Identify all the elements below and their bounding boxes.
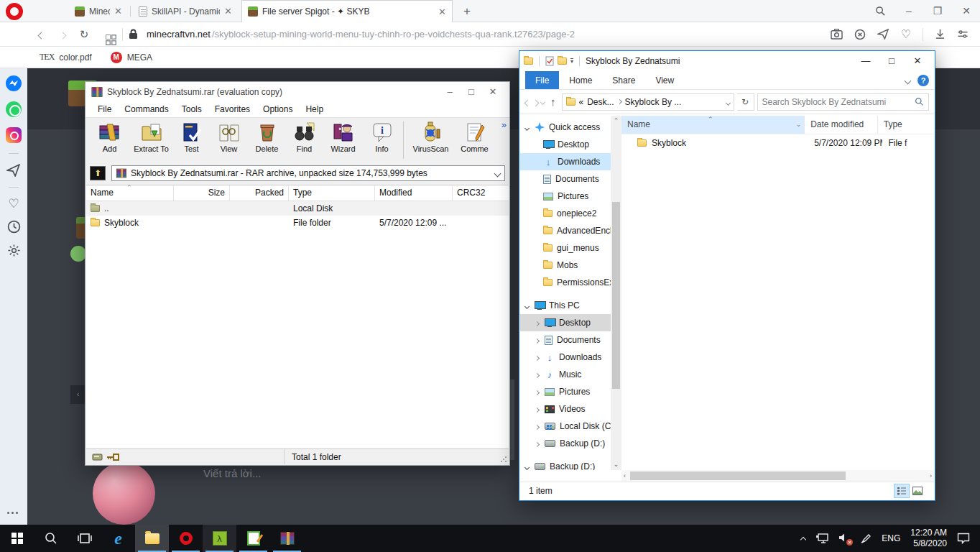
chevron-down-icon[interactable] [495,168,500,178]
column-crc32[interactable]: CRC32 [453,185,501,201]
menu-help[interactable]: Help [299,104,330,114]
chevron-collapsed-icon[interactable] [533,336,540,344]
search-box[interactable] [757,93,930,111]
my-flow-sidebar-icon[interactable] [6,164,21,177]
bookmark-mega[interactable]: M MEGA [111,52,152,63]
chevron-collapsed-icon[interactable] [533,440,540,448]
menu-favorites[interactable]: Favorites [208,104,256,114]
explorer-maximize-button[interactable]: □ [879,51,905,71]
chevron-expanded-icon[interactable] [523,124,530,132]
scroll-down-icon[interactable]: ⌄ [611,459,621,470]
nav-qa-onepiece2[interactable]: onepiece2 [520,205,621,222]
scroll-up-icon[interactable]: ⌃ [611,116,621,126]
downloads-icon[interactable] [935,29,946,40]
column-type[interactable]: Type [878,116,934,134]
scrollbar-thumb[interactable] [630,472,846,480]
browser-restore-button[interactable]: ❐ [925,0,950,22]
wizard-button[interactable]: Wizard [323,119,364,153]
tab-close-icon[interactable]: ✕ [438,6,446,17]
chevron-collapsed-icon[interactable] [533,423,540,431]
explorer-title-bar[interactable]: ▾ Skyblock By Zednatsumi — □ ✕ [519,51,935,71]
file-row-skyblock[interactable]: Skyblock 5/7/2020 12:09 PM File f [621,134,934,152]
navpane-scrollbar[interactable]: ⌃ ⌄ [611,116,621,470]
menu-commands[interactable]: Commands [118,104,175,114]
winrar-close-button[interactable]: ✕ [482,86,504,97]
forward-icon[interactable] [52,28,73,41]
start-button[interactable] [0,525,34,552]
nav-qa-advancedencha[interactable]: AdvancedEncha [520,222,621,239]
explorer-address-box[interactable]: « Desk... Skyblock By ... [562,93,734,111]
chevron-collapsed-icon[interactable] [533,354,540,362]
ribbon-collapse-icon[interactable] [905,77,910,85]
extract-to-button[interactable]: Extract To [129,119,173,153]
ribbon-tab-file[interactable]: File [525,71,559,89]
browser-tab-1[interactable]: Minecraft ID List - Minecraf ✕ [69,0,128,22]
winrar-minimize-button[interactable]: – [439,86,461,97]
opera-logo-icon[interactable] [6,3,23,20]
add-button[interactable]: Add [90,119,129,153]
virusscan-button[interactable]: VirusScan [407,119,455,153]
help-icon[interactable]: ? [917,75,929,86]
nav-quick-access[interactable]: Quick access [520,119,621,136]
nav-qa-pictures[interactable]: Pictures [520,188,621,205]
winrar-title-bar[interactable]: Skyblock By Zednatsumi.rar (evaluation c… [85,82,509,101]
browser-close-button[interactable]: ✕ [954,0,979,22]
taskbar-opera[interactable] [169,525,203,552]
nav-qa-mobs[interactable]: Mobs [520,257,621,274]
webpage-collapse-button[interactable]: ‹ [70,385,85,404]
whatsapp-icon[interactable] [6,101,22,117]
nav-this-pc[interactable]: This PC [520,297,621,314]
tray-expand-icon[interactable] [801,533,805,544]
action-center-icon[interactable] [957,533,970,544]
explorer-minimize-button[interactable]: — [853,51,879,71]
tab-close-icon[interactable]: ✕ [224,6,232,17]
settings-gear-icon[interactable] [7,244,21,257]
column-date-modified[interactable]: Date modified [805,116,878,134]
new-tab-button[interactable]: + [458,3,476,20]
nav-qa-desktop[interactable]: Desktop [520,136,621,153]
my-flow-icon[interactable] [877,29,889,40]
search-input[interactable] [762,97,915,107]
delete-button[interactable]: Delete [248,119,286,153]
nav-pc-backup-d[interactable]: Backup (D:) [520,435,621,452]
browser-tab-2[interactable]: SkillAPI - Dynamic Editor ✕ [133,0,238,22]
chevron-collapsed-icon[interactable] [533,388,540,396]
taskbar-file-explorer[interactable] [135,525,169,552]
taskbar-internet-explorer[interactable]: e [101,525,135,552]
menu-options[interactable]: Options [256,104,299,114]
nav-qa-documents[interactable]: Documents [520,170,621,188]
webpage-reply-placeholder[interactable]: Viết trả lời... [203,467,261,479]
nav-pc-local-disk-c[interactable]: Local Disk (C:) [520,418,621,435]
nav-qa-gui-menus[interactable]: gui_menus [520,239,621,257]
column-packed[interactable]: Packed [230,185,289,201]
search-magnifier-icon[interactable] [915,97,924,106]
content-horizontal-scrollbar[interactable]: ‹ › [621,470,934,482]
scroll-left-icon[interactable]: ‹ [621,472,626,479]
breadcrumb-current[interactable]: Skyblock By ... [625,97,682,107]
column-name[interactable]: Name⌃ [86,185,174,201]
chevron-collapsed-icon[interactable] [533,405,540,413]
ribbon-tab-share[interactable]: Share [602,71,645,89]
filter-dropdown-icon[interactable]: ⌄ [796,121,802,128]
windows-ink-icon[interactable] [860,533,872,544]
bookmark-color-pdf[interactable]: TEX color.pdf [40,52,92,63]
breadcrumb-desktop[interactable]: Desk... [587,97,614,107]
column-modified[interactable]: Modified [375,185,453,201]
toolbar-overflow-icon[interactable]: » [501,119,507,130]
nav-pc-desktop[interactable]: Desktop [520,314,621,331]
details-view-button[interactable] [894,484,910,498]
sidebar-more-icon[interactable] [7,512,20,515]
archive-path-combobox[interactable]: Skyblock By Zednatsumi.rar - RAR archive… [111,165,505,181]
qat-new-folder-icon[interactable] [558,58,567,65]
winrar-maximize-button[interactable]: □ [461,86,482,97]
taskbar-text-editor[interactable] [236,525,270,552]
volume-muted-icon[interactable]: ✕ [838,533,850,545]
network-icon[interactable] [815,533,828,544]
winrar-row-updir[interactable]: .. Local Disk [86,201,509,216]
chevron-collapsed-icon[interactable] [533,319,540,327]
bookmark-heart-icon[interactable]: ♡ [901,27,911,41]
taskbar-latex-editor[interactable]: λ [203,525,236,552]
nav-pc-music[interactable]: ♪ Music [520,366,621,383]
settings-sliders-icon[interactable] [957,29,969,40]
nav-pc-pictures[interactable]: Pictures [520,383,621,400]
